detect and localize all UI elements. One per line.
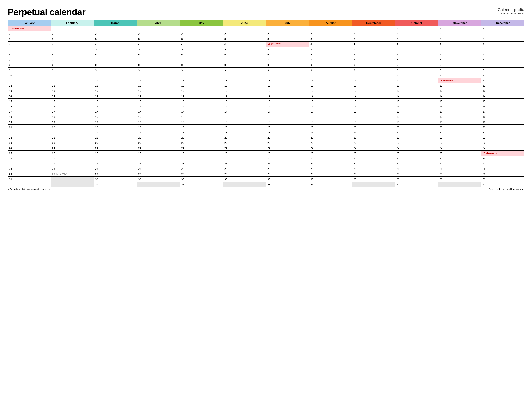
day-cell: 15: [137, 99, 180, 104]
day-number: 4: [354, 43, 355, 46]
day-cell: 10: [94, 73, 137, 78]
day-number: 29: [9, 173, 12, 175]
day-cell: 7: [481, 57, 524, 62]
day-number: 5: [224, 48, 226, 51]
day-cell: 10: [438, 73, 481, 78]
day-cell: 21: [180, 130, 223, 135]
day-number: 4: [397, 43, 398, 46]
day-cell: 28: [8, 166, 51, 171]
day-number: 4: [310, 43, 312, 46]
day-cell: 14: [438, 94, 481, 99]
day-number: 26: [9, 157, 12, 160]
day-cell: 24: [481, 145, 524, 151]
day-cell: 23: [352, 140, 395, 145]
day-cell: 1: [94, 26, 137, 31]
day-cell: 8: [8, 62, 51, 68]
day-cell: 20: [395, 125, 438, 130]
day-number: 14: [397, 95, 400, 97]
day-number: 7: [138, 58, 140, 61]
day-cell: 20: [51, 125, 94, 130]
day-cell: 15: [438, 99, 481, 104]
day-cell: 3: [8, 36, 51, 41]
day-cell: 15: [180, 99, 223, 104]
day-number: 25: [440, 152, 442, 155]
day-cell: 30: [137, 176, 180, 182]
day-number: 15: [310, 100, 313, 103]
day-number: 10: [310, 74, 313, 77]
day-cell: 7: [223, 57, 266, 62]
day-cell: 31: [395, 182, 438, 187]
brand-name-left: Calendar: [498, 7, 514, 12]
day-number: 28: [483, 167, 486, 170]
day-number: 14: [310, 95, 313, 97]
day-number: 11: [52, 79, 55, 82]
day-cell: 30: [352, 176, 395, 182]
day-number: 21: [310, 131, 313, 134]
day-number: 26: [397, 157, 400, 160]
day-number: 6: [310, 53, 312, 56]
day-cell: 22: [180, 135, 223, 140]
day-cell: 6: [266, 52, 309, 57]
day-cell: 15: [481, 99, 524, 104]
day-cell: 23: [438, 140, 481, 145]
day-number: 21: [354, 131, 356, 134]
day-cell: 2: [352, 31, 395, 36]
day-number: 20: [397, 126, 400, 129]
day-cell: 18: [309, 114, 352, 119]
day-cell: 6: [137, 52, 180, 57]
day-number: 25: [52, 152, 55, 155]
day-cell: 16: [266, 104, 309, 109]
day-cell: 11: [51, 78, 94, 83]
day-number: 31: [267, 183, 270, 186]
month-header-august: August: [309, 20, 352, 26]
day-cell: 25: [395, 151, 438, 156]
day-cell: 3: [438, 36, 481, 41]
day-number: 19: [397, 121, 400, 123]
day-cell: 14: [309, 94, 352, 99]
day-cell: 17: [180, 109, 223, 114]
day-number: 3: [181, 38, 183, 40]
day-cell: 9: [481, 68, 524, 73]
day-row-15: 151515151515151515151515: [8, 99, 525, 104]
day-cell: 19: [395, 119, 438, 125]
day-cell: 12: [352, 83, 395, 88]
day-cell: 24: [395, 145, 438, 151]
day-number: 3: [9, 38, 10, 40]
day-number: 11: [181, 79, 184, 82]
day-number: 6: [224, 53, 226, 56]
day-number: 16: [52, 105, 55, 108]
day-number: 30: [310, 178, 313, 181]
day-number: 24: [138, 147, 141, 149]
day-cell: 20: [266, 125, 309, 130]
day-number: 23: [52, 141, 55, 144]
day-number: 2: [138, 32, 140, 35]
day-cell: 23: [266, 140, 309, 145]
day-number: 27: [354, 162, 356, 165]
day-cell: 7: [395, 57, 438, 62]
day-cell: 1: [137, 26, 180, 31]
day-cell: 30: [223, 176, 266, 182]
day-cell: 19: [94, 119, 137, 125]
day-number: 21: [9, 131, 12, 134]
day-cell: 19: [266, 119, 309, 125]
day-cell: 20: [180, 125, 223, 130]
day-number: 23: [181, 141, 184, 144]
day-cell: 27: [223, 161, 266, 166]
day-cell: 5: [8, 47, 51, 52]
day-cell: 12: [8, 83, 51, 88]
day-cell: 10: [8, 73, 51, 78]
day-cell: 17: [8, 109, 51, 114]
day-number: 26: [354, 157, 356, 160]
day-number: 19: [95, 121, 98, 123]
day-cell: 21: [94, 130, 137, 135]
day-row-8: 888888888888: [8, 62, 525, 68]
day-number: 13: [95, 89, 98, 92]
day-cell: 16: [395, 104, 438, 109]
day-cell: 30: [309, 176, 352, 182]
day-cell: 21: [438, 130, 481, 135]
day-number: 17: [181, 110, 184, 113]
day-cell: 10: [137, 73, 180, 78]
day-number: 24: [267, 147, 270, 149]
day-cell: 13: [180, 88, 223, 94]
day-cell: 28: [395, 166, 438, 171]
